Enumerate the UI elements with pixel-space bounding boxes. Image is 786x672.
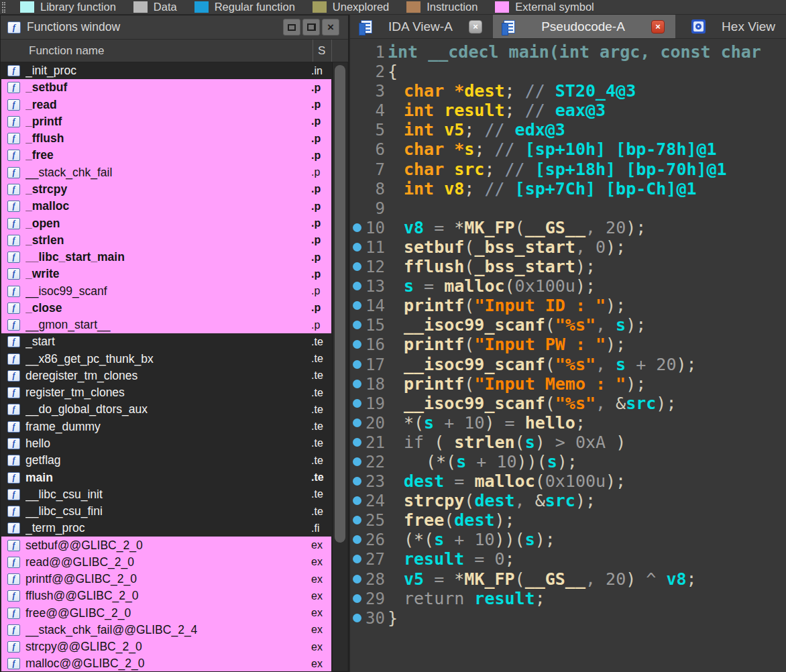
pseudocode-line[interactable]: 1int __cdecl main(int argc, const char xyxy=(350,42,786,62)
column-header-function-name[interactable]: Function name xyxy=(1,40,313,62)
line-code: { xyxy=(388,62,398,81)
function-row[interactable]: f_term_proc.fi xyxy=(1,520,331,537)
pseudocode-line[interactable]: 4int result; // eax@3 xyxy=(350,101,786,120)
pseudocode-line[interactable]: 17__isoc99_scanf("%s", s + 20); xyxy=(350,355,786,374)
function-row[interactable]: f__libc_csu_init.te xyxy=(1,486,331,503)
pseudocode-line[interactable]: 9 xyxy=(350,199,786,218)
line-code: return result; xyxy=(388,589,545,608)
close-button[interactable]: × xyxy=(322,19,339,36)
scrollbar-thumb[interactable] xyxy=(335,65,345,543)
line-code: *(s + 10) = hello; xyxy=(388,413,585,433)
pseudocode-line[interactable]: 30} xyxy=(350,608,786,628)
tab-pseudocode-a[interactable]: Pseudocode-A × xyxy=(493,15,675,38)
function-row[interactable]: f_close.p xyxy=(1,300,331,317)
function-row[interactable]: f__x86_get_pc_thunk_bx.te xyxy=(1,351,331,368)
function-row[interactable]: f_start.te xyxy=(1,333,331,350)
function-segment: .te xyxy=(311,353,331,365)
pseudocode-line[interactable]: 24strcpy(dest, &src); xyxy=(350,491,786,510)
legend-label: Data xyxy=(154,1,177,13)
line-code: printf("Input PW : "); xyxy=(388,335,626,354)
function-row[interactable]: ffflush@@GLIBC_2_0ex xyxy=(1,587,331,604)
function-row[interactable]: f_free.p xyxy=(1,147,331,164)
function-row[interactable]: f_malloc.p xyxy=(1,198,331,215)
pseudocode-line[interactable]: 13s = malloc(0x100u); xyxy=(350,276,786,296)
function-row[interactable]: fhello.te xyxy=(1,435,331,452)
functions-window-titlebar[interactable]: f Functions window × xyxy=(1,15,348,40)
pseudocode-line[interactable]: 8int v8; // [sp+7Ch] [bp-Ch]@1 xyxy=(350,179,786,199)
function-row[interactable]: f_setbuf.p xyxy=(1,79,331,96)
pseudocode-line[interactable]: 16printf("Input PW : "); xyxy=(350,335,786,354)
pseudocode-line[interactable]: 21if ( strlen(s) > 0xA ) xyxy=(350,433,786,452)
function-row[interactable]: fderegister_tm_clones.te xyxy=(1,368,331,384)
function-icon: f xyxy=(7,218,20,229)
close-icon: × xyxy=(327,21,334,33)
restore-button[interactable] xyxy=(302,19,320,36)
function-row[interactable]: f_write.p xyxy=(1,266,331,282)
function-row[interactable]: f__isoc99_scanf.p xyxy=(1,282,331,299)
function-row[interactable]: f_read.p xyxy=(1,97,331,113)
function-row[interactable]: f__libc_csu_fini.te xyxy=(1,503,331,520)
function-segment: .p xyxy=(311,99,331,111)
function-row[interactable]: f__gmon_start__.p xyxy=(1,317,331,333)
function-icon: f xyxy=(7,455,20,466)
pseudocode-line[interactable]: 26(*(s + 10))(s); xyxy=(350,530,786,549)
function-row[interactable]: f_open.p xyxy=(1,215,331,231)
function-row[interactable]: f__stack_chk_fail@@GLIBC_2_4ex xyxy=(1,622,331,638)
pseudocode-line[interactable]: 15__isoc99_scanf("%s", s); xyxy=(350,315,786,335)
function-row[interactable]: f_strlen.p xyxy=(1,232,331,249)
function-segment: ex xyxy=(311,624,331,636)
pseudocode-line[interactable]: 29return result; xyxy=(350,589,786,608)
toolbar-grip-icon[interactable] xyxy=(2,2,5,13)
function-name: _strcpy xyxy=(25,182,311,197)
pseudocode-line[interactable]: 7char src; // [sp+18h] [bp-70h]@1 xyxy=(350,160,786,179)
line-code: strcpy(dest, &src); xyxy=(388,491,596,510)
pseudocode-line[interactable]: 20*(s + 10) = hello; xyxy=(350,413,786,433)
pseudocode-line[interactable]: 2{ xyxy=(350,62,786,81)
column-header-segment[interactable]: S xyxy=(313,40,332,62)
function-icon: f xyxy=(7,658,20,669)
function-row[interactable]: fframe_dummy.te xyxy=(1,418,331,435)
pseudocode-line[interactable]: 27result = 0; xyxy=(350,549,786,569)
tab-ida-view-a[interactable]: IDA View-A × xyxy=(350,15,493,38)
function-row[interactable]: f__stack_chk_fail.p xyxy=(1,164,331,181)
function-row[interactable]: fstrcpy@@GLIBC_2_0ex xyxy=(1,638,331,655)
function-row[interactable]: f__libc_start_main.p xyxy=(1,249,331,266)
function-icon: f xyxy=(7,82,20,93)
tab-close-icon[interactable]: × xyxy=(469,20,482,34)
legend-label: Instruction xyxy=(427,1,478,13)
function-row[interactable]: fprintf@@GLIBC_2_0ex xyxy=(1,571,331,587)
function-row[interactable]: fmain.te xyxy=(1,469,331,486)
maximize-button[interactable] xyxy=(283,19,300,36)
pseudocode-line[interactable]: 11setbuf(_bss_start, 0); xyxy=(350,237,786,257)
line-dot-icon xyxy=(353,243,361,251)
tab-close-icon[interactable]: × xyxy=(651,20,665,34)
pseudocode-line[interactable]: 6char *s; // [sp+10h] [bp-78h]@1 xyxy=(350,139,786,159)
tab-hex-view[interactable]: Hex View xyxy=(675,15,786,38)
function-row[interactable]: f_fflush.p xyxy=(1,130,331,147)
function-row[interactable]: fgetflag.te xyxy=(1,452,331,469)
pseudocode-line[interactable]: 12fflush(_bss_start); xyxy=(350,257,786,276)
line-dot-icon xyxy=(353,223,361,232)
function-row[interactable]: fregister_tm_clones.te xyxy=(1,384,331,401)
pseudocode-line[interactable]: 3char *dest; // ST20_4@3 xyxy=(350,81,786,101)
function-row[interactable]: ffree@@GLIBC_2_0ex xyxy=(1,605,331,622)
pseudocode-line[interactable]: 10v8 = *MK_FP(__GS__, 20); xyxy=(350,218,786,237)
function-row[interactable]: f_printf.p xyxy=(1,113,331,130)
function-row[interactable]: f_strcpy.p xyxy=(1,181,331,198)
function-row[interactable]: fmalloc@@GLIBC_2_0ex xyxy=(1,655,331,671)
pseudocode-line[interactable]: 25free(dest); xyxy=(350,510,786,530)
pseudocode-line[interactable]: 19__isoc99_scanf("%s", &src); xyxy=(350,394,786,413)
pseudocode-line[interactable]: 22(*(s + 10))(s); xyxy=(350,452,786,471)
functions-scrollbar[interactable] xyxy=(332,62,347,671)
function-row[interactable]: f__do_global_dtors_aux.te xyxy=(1,401,331,418)
pseudocode-view[interactable]: 1int __cdecl main(int argc, const char2{… xyxy=(350,40,786,672)
function-row-selected[interactable]: f_init_proc.in xyxy=(1,62,331,79)
line-code: result = 0; xyxy=(388,549,515,569)
pseudocode-line[interactable]: 28v5 = *MK_FP(__GS__, 20) ^ v8; xyxy=(350,569,786,589)
function-row[interactable]: fread@@GLIBC_2_0ex xyxy=(1,554,331,571)
function-row[interactable]: fsetbuf@@GLIBC_2_0ex xyxy=(1,537,331,553)
pseudocode-line[interactable]: 23dest = malloc(0x100u); xyxy=(350,471,786,491)
pseudocode-line[interactable]: 5int v5; // edx@3 xyxy=(350,120,786,139)
pseudocode-line[interactable]: 14printf("Input ID : "); xyxy=(350,296,786,315)
pseudocode-line[interactable]: 18printf("Input Memo : "); xyxy=(350,374,786,394)
